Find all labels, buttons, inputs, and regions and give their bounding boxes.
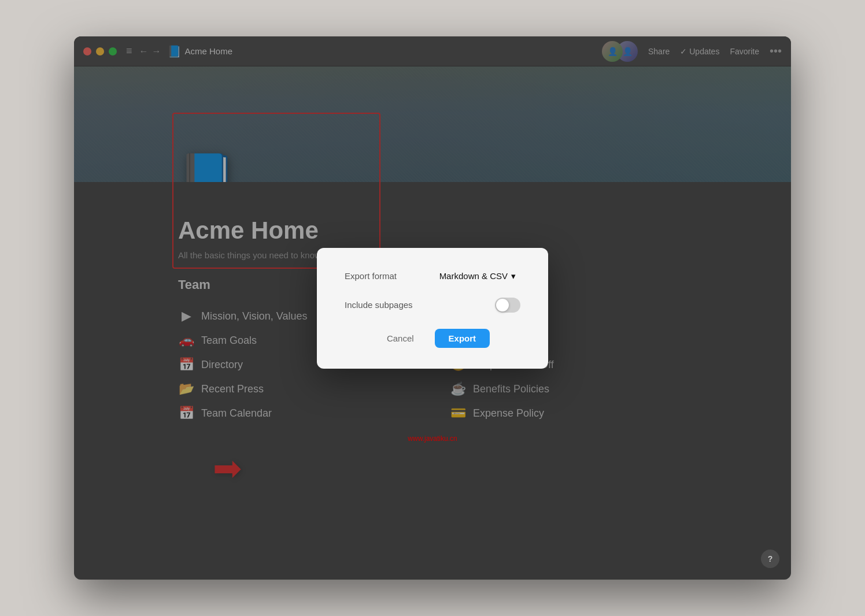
include-subpages-toggle[interactable] <box>495 298 520 313</box>
chevron-down-icon: ▾ <box>511 271 516 281</box>
export-button[interactable]: Export <box>435 329 490 348</box>
app-window: ≡ ← → 📘 Acme Home 👤 👤 Share ✓ Updates Fa… <box>74 36 791 580</box>
export-modal: Export format Markdown & CSV ▾ Include s… <box>317 248 548 369</box>
watermark: www.javatiku.cn <box>408 435 457 443</box>
export-format-value: Markdown & CSV <box>439 271 508 281</box>
export-format-select[interactable]: Markdown & CSV ▾ <box>435 269 520 284</box>
export-format-label: Export format <box>345 271 397 281</box>
include-subpages-row: Include subpages <box>345 298 520 313</box>
help-button[interactable]: ? <box>761 550 779 568</box>
cancel-button[interactable]: Cancel <box>375 329 426 348</box>
modal-backdrop: Export format Markdown & CSV ▾ Include s… <box>74 36 791 580</box>
include-subpages-label: Include subpages <box>345 300 413 310</box>
toggle-knob <box>496 299 509 311</box>
export-format-row: Export format Markdown & CSV ▾ <box>345 269 520 284</box>
modal-actions: Cancel Export <box>345 329 520 348</box>
